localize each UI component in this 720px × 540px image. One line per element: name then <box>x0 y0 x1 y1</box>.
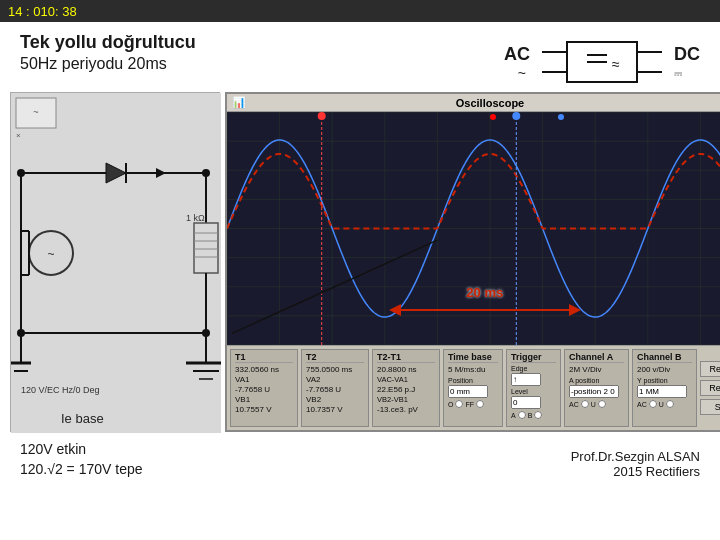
time-base-label: Time base <box>448 352 498 363</box>
footer-right: Prof.Dr.Sezgin ALSAN 2015 Rectifiers <box>571 449 700 479</box>
svg-text:×: × <box>16 131 21 140</box>
off-label: FF <box>465 401 474 408</box>
main-content: ~ × ~ <box>0 92 720 432</box>
footer-left: 120V etkin 120.√2 = 170V tepe <box>20 440 143 479</box>
ch-b-ac-radio[interactable] <box>649 400 657 408</box>
t1-label: T1 <box>235 352 293 363</box>
main-title: Tek yollu doğrultucu <box>20 32 464 53</box>
edge-input[interactable] <box>511 373 541 386</box>
vb2-val: 10.7357 V <box>306 405 342 414</box>
vac-va1-val: 22.E56 p.J <box>377 385 415 394</box>
channel-a-group: Channel A 2M V/Div A position AC U <box>564 349 629 427</box>
trigger-label: Trigger <box>511 352 556 363</box>
t1-group: T1 332.0560 ns VA1 -7.7658 U VB1 10.7557… <box>230 349 298 427</box>
osc-bottom-controls: T1 332.0560 ns VA1 -7.7658 U VB1 10.7557… <box>227 345 720 430</box>
t2-marker-top <box>490 114 496 120</box>
osc-screen: 20 ms <box>227 112 720 345</box>
circuit-diagram-svg: ~ × ~ <box>11 93 221 433</box>
t2-group: T2 755.0500 ms VA2 -7.7658 U VB2 10.7357… <box>301 349 369 427</box>
time-annotation: 20 ms <box>385 285 585 320</box>
top-bar: 14 : 010: 38 <box>0 0 720 22</box>
t2t1-label: T2-T1 <box>377 352 435 363</box>
ch-b-u-radio[interactable] <box>666 400 674 408</box>
vb1-val: 10.7557 V <box>235 405 271 414</box>
reduce-button[interactable]: Reduce <box>700 361 720 377</box>
level-input[interactable] <box>511 396 541 409</box>
voltage-line1: 120V etkin <box>20 440 143 460</box>
vb2-vb1-val: -13.ce3. pV <box>377 405 418 414</box>
professor-name: Prof.Dr.Sezgin ALSAN <box>571 449 700 464</box>
ch-a-val: 2M V/Div <box>569 365 601 374</box>
va1-val: -7.7658 U <box>235 385 270 394</box>
dc-label: DC <box>674 44 700 65</box>
off-radio[interactable] <box>476 400 484 408</box>
ac-sine-symbol: ~ <box>518 65 526 81</box>
ch-a-label: Channel A <box>569 352 624 363</box>
circuit-panel: ~ × ~ <box>10 92 220 432</box>
trigger-group: Trigger Edge Level A B <box>506 349 561 427</box>
svg-text:1 kΩ: 1 kΩ <box>186 213 205 223</box>
ch-b-val: 200 v/Div <box>637 365 670 374</box>
time-base-val: 5 M/ms:du <box>448 365 485 374</box>
title-left: Tek yollu doğrultucu 50Hz periyodu 20ms <box>20 32 464 73</box>
position-input[interactable] <box>448 385 488 398</box>
va2-val: -7.7658 U <box>306 385 341 394</box>
footer: 120V etkin 120.√2 = 170V tepe Prof.Dr.Se… <box>0 435 720 484</box>
osc-icon: 📊 <box>232 96 246 109</box>
t2-label: T2 <box>306 352 364 363</box>
vb1-label: VB1 <box>235 395 250 404</box>
channel-b-group: Channel B 200 v/Div Y position AC U <box>632 349 697 427</box>
on-label: O <box>448 401 453 408</box>
svg-text:120 V/EC Hz/0 Deg: 120 V/EC Hz/0 Deg <box>21 385 100 395</box>
svg-text:~: ~ <box>47 247 54 261</box>
svg-point-21 <box>17 169 25 177</box>
svg-text:Ie base: Ie base <box>61 411 104 426</box>
vb2-label: VB2 <box>306 395 321 404</box>
title-section: Tek yollu doğrultucu 50Hz periyodu 20ms … <box>0 22 720 92</box>
position-label: Position <box>448 377 473 384</box>
svg-text:~: ~ <box>33 107 38 117</box>
year-topic: 2015 Rectifiers <box>571 464 700 479</box>
trigger-b-radio[interactable] <box>534 411 542 419</box>
time-base-group: Time base 5 M/ms:du Position O FF <box>443 349 503 427</box>
dc-symbol: ⎓ <box>674 65 682 81</box>
t1-val: 332.0560 ns <box>235 365 279 374</box>
vac-va1-label: VAC-VA1 <box>377 375 408 384</box>
voltage-line2: 120.√2 = 170V tepe <box>20 460 143 480</box>
t2-val: 755.0500 ms <box>306 365 352 374</box>
vb2-vb1-label: VB2-VB1 <box>377 395 408 404</box>
osc-title-bar: 📊 Oscilloscope ✕ <box>227 94 720 112</box>
va1-label: VA1 <box>235 375 250 384</box>
ch-a-pos-label: A position <box>569 377 599 384</box>
level-label: Level <box>511 388 528 395</box>
save-button[interactable]: Save <box>700 399 720 415</box>
ch-b-label: Channel B <box>637 352 692 363</box>
svg-rect-31 <box>194 223 218 273</box>
ch-b-pos-input[interactable] <box>637 385 687 398</box>
va2-label: VA2 <box>306 375 321 384</box>
subtitle: 50Hz periyodu 20ms <box>20 55 464 73</box>
restore-button[interactable]: Restore <box>700 380 720 396</box>
trigger-a-radio[interactable] <box>518 411 526 419</box>
t2t1-val: 20.8800 ns <box>377 365 417 374</box>
ch-b-pos-label: Y position <box>637 377 668 384</box>
oscilloscope-panel: 📊 Oscilloscope ✕ 20 ms <box>225 92 720 432</box>
action-buttons: Reduce Restore Save <box>700 349 720 427</box>
timestamp: 14 : 010: 38 <box>8 4 77 19</box>
ch-a-ac-radio[interactable] <box>581 400 589 408</box>
ac-label: AC <box>504 44 530 65</box>
svg-text:≈: ≈ <box>612 56 620 72</box>
rectifier-diagram-svg: ≈ <box>542 37 662 87</box>
edge-label: Edge <box>511 365 527 372</box>
ch-a-u-radio[interactable] <box>598 400 606 408</box>
osc-title: Oscilloscope <box>456 97 524 109</box>
ac-dc-diagram: AC ~ ≈ DC ⎓ <box>504 37 700 87</box>
time-arrow-svg <box>385 300 585 320</box>
t2t1-group: T2-T1 20.8800 ns VAC-VA1 22.E56 p.J VB2-… <box>372 349 440 427</box>
ch-a-pos-input[interactable] <box>569 385 619 398</box>
on-radio[interactable] <box>455 400 463 408</box>
